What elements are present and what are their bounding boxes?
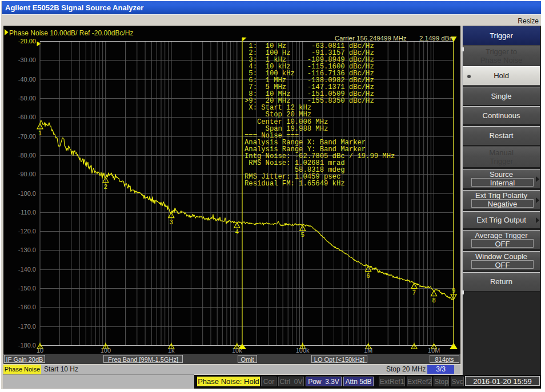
- svg-text:1: 1: [38, 130, 42, 136]
- svg-text:5: 5: [301, 231, 304, 238]
- svg-text:3: 3: [170, 219, 173, 225]
- svg-text:7: 7: [412, 289, 416, 296]
- svg-text:8: 8: [432, 297, 435, 304]
- svg-text:2: 2: [104, 183, 107, 190]
- svg-text:4: 4: [235, 228, 239, 235]
- svg-text:6: 6: [367, 272, 370, 279]
